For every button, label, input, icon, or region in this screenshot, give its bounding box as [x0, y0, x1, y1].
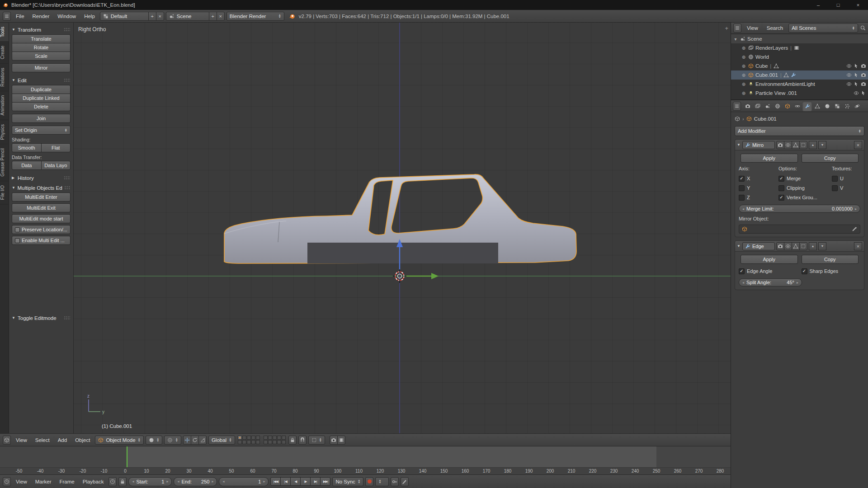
- use-preview-range-toggle[interactable]: [108, 477, 117, 486]
- modifier-delete-button[interactable]: ×: [854, 242, 862, 250]
- layer-cell[interactable]: [247, 436, 251, 440]
- mirror-texture-u-checkbox[interactable]: U: [832, 174, 865, 183]
- visibility-eye-icon[interactable]: [846, 63, 852, 69]
- checkbox[interactable]: [778, 185, 784, 191]
- mirror-clipping-checkbox[interactable]: Clipping: [778, 184, 831, 192]
- layer-cell[interactable]: [273, 440, 277, 444]
- expand-icon[interactable]: ⊕: [741, 55, 746, 60]
- preserve-location-toggle[interactable]: Preserve Location/...: [12, 225, 71, 234]
- properties-tab-render-layers[interactable]: [753, 101, 762, 111]
- checkbox[interactable]: [739, 185, 745, 191]
- properties-tab-constraints[interactable]: [793, 101, 802, 111]
- previous-keyframe-button[interactable]: |◀: [280, 477, 291, 486]
- layer-cell[interactable]: [238, 440, 242, 444]
- toolshelf-tab-relations[interactable]: Relations: [0, 64, 9, 91]
- viewport-menu-select[interactable]: Select: [32, 437, 53, 443]
- properties-tab-render[interactable]: [743, 101, 752, 111]
- outliner-item-label[interactable]: RenderLayers: [755, 45, 788, 51]
- toolshelf-tab-file-io[interactable]: File I/O: [0, 181, 9, 204]
- modifier-delete-button[interactable]: ×: [854, 141, 862, 149]
- timeline-editor-type-button[interactable]: [3, 477, 11, 486]
- outliner-item-label[interactable]: Cube.001: [755, 72, 778, 78]
- shade-flat-button[interactable]: Flat: [41, 143, 71, 152]
- render-animation-button[interactable]: [337, 436, 345, 445]
- render-still-button[interactable]: [330, 436, 338, 445]
- expand-icon[interactable]: ⊕: [741, 64, 746, 69]
- modifier-move-down-button[interactable]: ▼: [818, 141, 826, 149]
- modifier-render-toggle[interactable]: [776, 141, 784, 149]
- outliner-row-renderlayers[interactable]: ⊕ RenderLayers |: [731, 43, 868, 52]
- panel-header-transform[interactable]: ▼ Transform: [12, 25, 71, 34]
- lock-layers-toggle[interactable]: [288, 436, 297, 445]
- mirror-apply-button[interactable]: Apply: [741, 154, 798, 163]
- layer-cell[interactable]: [242, 440, 246, 444]
- checkbox[interactable]: [832, 185, 838, 191]
- layer-cell[interactable]: [277, 436, 281, 440]
- selectability-cursor-icon[interactable]: [854, 72, 859, 78]
- increment-icon[interactable]: ▸: [797, 281, 798, 285]
- expand-icon[interactable]: ⊕: [741, 82, 746, 87]
- properties-tab-material[interactable]: [822, 101, 832, 111]
- toolshelf-tab-tools[interactable]: Tools: [0, 23, 9, 42]
- timeline[interactable]: -50-40-30-20-100102030405060708090100110…: [0, 446, 731, 474]
- mirror-copy-button[interactable]: Copy: [802, 154, 859, 163]
- timeline-menu-view[interactable]: View: [13, 479, 30, 484]
- set-origin-dropdown[interactable]: Set Origin: [12, 126, 71, 135]
- modifier-render-toggle[interactable]: [776, 242, 784, 250]
- decrement-icon[interactable]: ◂: [132, 479, 134, 483]
- start-frame-field[interactable]: ◂ Start: 1 ▸: [128, 477, 172, 486]
- layer-cell[interactable]: [256, 436, 260, 440]
- timeline-menu-playback[interactable]: Playback: [80, 479, 107, 484]
- timeline-menu-frame[interactable]: Frame: [57, 479, 78, 484]
- menu-help[interactable]: Help: [81, 14, 98, 19]
- search-icon[interactable]: [860, 25, 866, 31]
- play-reverse-button[interactable]: ◀: [290, 477, 301, 486]
- visibility-eye-icon[interactable]: [846, 72, 852, 78]
- render-engine-selector[interactable]: Blender Render: [226, 12, 284, 21]
- selectability-cursor-icon[interactable]: [854, 63, 859, 69]
- insert-keyframe-button[interactable]: [391, 477, 399, 486]
- merge-limit-field[interactable]: ◂ Merge Limit: 0.001000 ▸: [739, 205, 860, 213]
- layer-cell[interactable]: [242, 436, 246, 440]
- transform-orientation-dropdown[interactable]: Global: [208, 436, 235, 445]
- outliner-item-label[interactable]: World: [755, 54, 769, 60]
- snap-toggle[interactable]: [298, 436, 307, 445]
- increment-icon[interactable]: ▸: [212, 479, 213, 483]
- selectability-cursor-icon[interactable]: [861, 90, 866, 96]
- layer-cell[interactable]: [282, 436, 286, 440]
- properties-editor-type-button[interactable]: [733, 102, 741, 111]
- timeline-menu-marker[interactable]: Marker: [32, 479, 55, 484]
- modifier-cage-toggle[interactable]: [799, 242, 807, 250]
- outliner-row-cube[interactable]: ⊕ Cube |: [731, 61, 868, 70]
- decrement-icon[interactable]: ◂: [222, 479, 224, 483]
- modifier-move-down-button[interactable]: ▼: [818, 242, 826, 250]
- checkbox[interactable]: [802, 268, 807, 274]
- close-button[interactable]: ×: [848, 0, 868, 10]
- properties-tab-texture[interactable]: [832, 101, 842, 111]
- play-button[interactable]: ▶: [300, 477, 311, 486]
- layer-cell[interactable]: [251, 436, 255, 440]
- toolshelf-tab-animation[interactable]: Animation: [0, 91, 9, 120]
- decrement-icon[interactable]: ◂: [742, 207, 744, 211]
- multiedit-mode-start-button[interactable]: MultiEdit mode start: [12, 214, 71, 223]
- toolshelf-tab-grease-pencil[interactable]: Grease Pencil: [0, 144, 9, 181]
- mirror-vertex-groups-checkbox[interactable]: Vertex Grou...: [778, 193, 831, 202]
- expand-icon[interactable]: ⊕: [741, 73, 746, 78]
- properties-tab-data[interactable]: [812, 101, 822, 111]
- layer-cell[interactable]: [264, 436, 268, 440]
- menu-file[interactable]: File: [13, 14, 28, 19]
- checkbox[interactable]: [778, 176, 784, 182]
- expand-icon[interactable]: ▾: [733, 37, 738, 42]
- multiedit-exit-button[interactable]: MultiEdit Exit: [12, 203, 71, 212]
- layer-cell[interactable]: [282, 440, 286, 444]
- increment-icon[interactable]: ▸: [855, 207, 857, 211]
- layer-cell[interactable]: [238, 436, 242, 440]
- viewport-shading-dropdown[interactable]: [146, 436, 162, 445]
- increment-icon[interactable]: ▸: [166, 479, 168, 483]
- edgesplit-modifier-name-field[interactable]: Edge: [742, 242, 775, 250]
- layer-cell[interactable]: [268, 440, 272, 444]
- visibility-eye-icon[interactable]: [854, 90, 859, 96]
- mirror-axis-z-checkbox[interactable]: Z: [739, 193, 778, 202]
- end-frame-field[interactable]: ◂ End: 250 ▸: [174, 477, 217, 486]
- data-layout-button[interactable]: Data Layo: [41, 161, 71, 170]
